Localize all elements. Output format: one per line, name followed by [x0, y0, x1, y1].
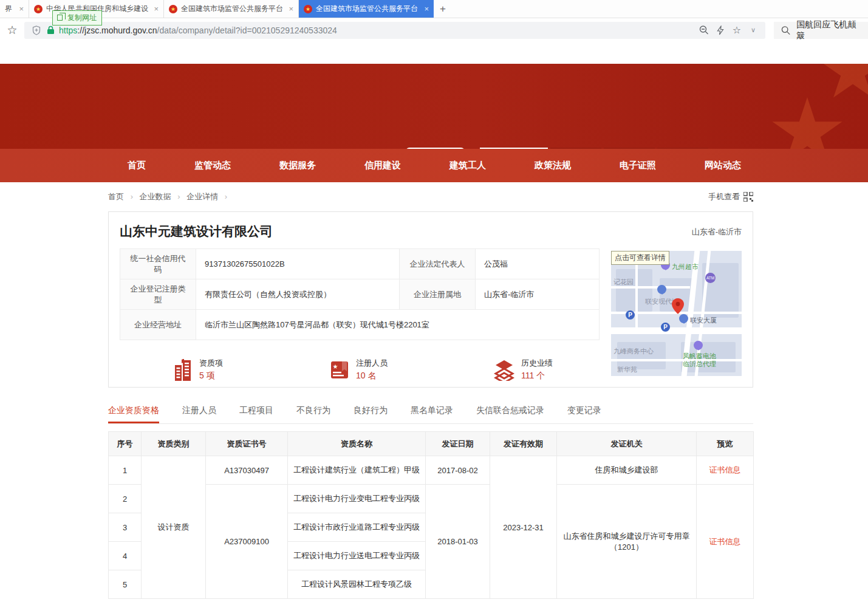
- stat-value: 111 个: [521, 371, 553, 381]
- table-row: 企业登记注册类型 有限责任公司（自然人投资或控股） 企业注册属地 山东省-临沂市: [120, 279, 600, 310]
- col-validity: 发证有效期: [490, 432, 557, 456]
- company-region: 山东省-临沂市: [692, 227, 742, 238]
- table-header-row: 序号 资质类别 资质证书号 资质名称 发证日期 发证有效期 发证机关 预览: [109, 432, 754, 456]
- tab-projects[interactable]: 工程项目: [239, 405, 273, 423]
- flash-icon[interactable]: [714, 26, 726, 35]
- breadcrumb: 首页 › 企业数据 › 企业详情 ›: [108, 191, 231, 202]
- tab-close-icon[interactable]: ×: [424, 4, 429, 13]
- certificate-info-link[interactable]: 证书信息: [709, 465, 741, 474]
- building-icon: [173, 359, 193, 381]
- nav-item-policy[interactable]: 政策法规: [535, 160, 571, 171]
- copy-url-tooltip: 复制网址: [52, 10, 102, 26]
- breadcrumb-home[interactable]: 首页: [108, 192, 124, 201]
- nav-item-site-news[interactable]: 网站动态: [705, 160, 741, 171]
- news-search-text: 国航回应飞机颠簸: [796, 19, 861, 41]
- cell-qual-name: 工程设计电力行业送电工程专业丙级: [288, 542, 426, 570]
- stat-label: 历史业绩: [521, 358, 553, 369]
- cell-seq: 3: [109, 513, 142, 542]
- url-path: /data/company/detail?id=0021052912405330…: [157, 26, 337, 35]
- shield-plus-icon[interactable]: [30, 26, 43, 35]
- emblem-favicon-icon: ★: [34, 5, 43, 13]
- url-host: ://jzsc.mohurd.gov.cn: [77, 26, 157, 35]
- tab-close-icon[interactable]: ×: [19, 4, 24, 13]
- field-value-address: 临沂市兰山区陶然路107号星河晶都（联安）现代城1号楼2201室: [196, 310, 600, 340]
- tab-close-icon[interactable]: ×: [289, 4, 293, 13]
- cell-issue-date: 2018-01-03: [426, 485, 490, 599]
- table-row: 2 A237009100 工程设计电力行业变电工程专业丙级 2018-01-03…: [109, 485, 754, 513]
- nav-item-home[interactable]: 首页: [128, 160, 146, 171]
- stat-value: 10 名: [356, 371, 388, 381]
- browser-url-bar: ☆ https://jzsc.mohurd.gov.cn/data/compan…: [0, 19, 868, 41]
- field-label-reg-region: 企业注册属地: [400, 279, 476, 310]
- company-info-table: 统一社会信用代码 91371302675501022B 企业法定代表人 公茂福 …: [120, 248, 600, 340]
- copy-icon: [57, 15, 63, 21]
- tab-title: 全国建筑市场监管公共服务平台: [181, 4, 285, 14]
- address-field[interactable]: https://jzsc.mohurd.gov.cn/data/company/…: [24, 22, 765, 39]
- field-label-legal-rep: 企业法定代表人: [400, 249, 476, 279]
- tab-qualifications[interactable]: 企业资质资格: [108, 405, 159, 423]
- nav-item-workers[interactable]: 建筑工人: [449, 160, 486, 171]
- browser-tab-2[interactable]: ★ 全国建筑市场监管公共服务平台 ×: [164, 0, 299, 18]
- cell-qual-name: 工程设计风景园林工程专项乙级: [288, 570, 426, 599]
- company-name: 山东中元建筑设计有限公司: [120, 223, 273, 240]
- qualification-table: 序号 资质类别 资质证书号 资质名称 发证日期 发证有效期 发证机关 预览 1 …: [108, 431, 754, 599]
- stat-qualifications[interactable]: 资质项 5 项: [173, 358, 223, 381]
- map-label-garden: 记花园: [613, 278, 634, 287]
- tab-registered-personnel[interactable]: 注册人员: [182, 405, 216, 423]
- tab-blacklist[interactable]: 黑名单记录: [411, 405, 453, 423]
- map-label-lian-an-tower: 联安大厦: [690, 316, 717, 325]
- breadcrumb-row: 首页 › 企业数据 › 企业详情 › 手机查看: [108, 182, 753, 211]
- tab-change-records[interactable]: 变更记录: [567, 405, 601, 423]
- cell-issue-date: 2017-08-02: [426, 456, 490, 485]
- emblem-favicon-icon: ★: [169, 5, 177, 13]
- field-value-reg-region: 山东省-临沂市: [476, 279, 600, 310]
- nav-item-data-service[interactable]: 数据服务: [279, 160, 316, 171]
- browser-tab-0[interactable]: 界 ×: [0, 0, 29, 18]
- nav-item-e-license[interactable]: 电子证照: [620, 160, 656, 171]
- layers-icon: [493, 359, 515, 381]
- table-row: 企业经营地址 临沂市兰山区陶然路107号星河晶都（联安）现代城1号楼2201室: [120, 310, 600, 340]
- zoom-out-icon[interactable]: [698, 25, 710, 35]
- browser-news-search[interactable]: 国航回应飞机颠簸: [774, 22, 868, 39]
- mobile-view-control[interactable]: 手机查看: [708, 191, 753, 202]
- nav-item-supervision[interactable]: 监管动态: [194, 160, 231, 171]
- breadcrumb-separator: ›: [177, 192, 180, 201]
- field-label-reg-type: 企业登记注册类型: [120, 279, 196, 310]
- url-scheme: https: [59, 26, 77, 35]
- browser-tab-3-active[interactable]: ★ 全国建筑市场监管公共服务平台 ×: [299, 0, 434, 18]
- certificate-info-link[interactable]: 证书信息: [709, 537, 741, 546]
- map-label-xinhua: 新华苑: [617, 365, 637, 374]
- secure-lock-icon: [47, 26, 55, 35]
- qr-code-icon: [743, 192, 753, 202]
- tab-good-behavior[interactable]: 良好行为: [354, 405, 388, 423]
- url-text: https://jzsc.mohurd.gov.cn/data/company/…: [59, 26, 337, 35]
- cell-seq: 2: [109, 485, 142, 513]
- table-row: 统一社会信用代码 91371302675501022B 企业法定代表人 公茂福: [120, 249, 600, 279]
- cell-seq: 5: [109, 570, 142, 599]
- certificate-icon: ★: [329, 360, 350, 380]
- browser-tab-bar: 界 × ★ 中华人民共和国住房和城乡建设 × ★ 全国建筑市场监管公共服务平台 …: [0, 0, 868, 18]
- new-tab-button[interactable]: +: [434, 0, 452, 18]
- company-summary-card: 山东中元建筑设计有限公司 山东省-临沂市 统一社会信用代码 9137130267…: [108, 211, 753, 388]
- browser-window: 界 × ★ 中华人民共和国住房和城乡建设 × ★ 全国建筑市场监管公共服务平台 …: [0, 0, 868, 605]
- cell-seq: 4: [109, 542, 142, 570]
- emblem-favicon-icon: ★: [304, 5, 312, 13]
- breadcrumb-enterprise-data[interactable]: 企业数据: [140, 192, 171, 201]
- cell-qual-name: 工程设计建筑行业（建筑工程）甲级: [288, 456, 426, 485]
- atm-icon: ATM: [705, 273, 716, 283]
- favorite-star-icon[interactable]: ☆: [731, 24, 743, 36]
- tab-dishonesty-records[interactable]: 失信联合惩戒记录: [476, 405, 544, 423]
- detail-tabs: 企业资质资格 注册人员 工程项目 不良行为 良好行为 黑名单记录 失信联合惩戒记…: [108, 400, 753, 424]
- stat-historical-performance[interactable]: 历史业绩 111 个: [493, 358, 553, 381]
- cell-seq: 1: [109, 456, 142, 485]
- location-map[interactable]: 点击可查看详情 九州超市 ATM 记花园 联安现代城 联安大厦 P P 九峰商务…: [611, 251, 742, 376]
- bookmark-star-icon[interactable]: ☆: [0, 23, 24, 37]
- stat-registered-personnel[interactable]: ★ 注册人员 10 名: [329, 358, 388, 381]
- field-value-reg-type: 有限责任公司（自然人投资或控股）: [196, 279, 400, 310]
- tab-close-icon[interactable]: ×: [154, 4, 159, 13]
- stat-label: 注册人员: [356, 358, 388, 369]
- tab-bad-behavior[interactable]: 不良行为: [296, 405, 330, 423]
- search-icon: [781, 26, 790, 35]
- nav-item-credit[interactable]: 信用建设: [364, 160, 401, 171]
- chevron-down-icon[interactable]: ∨: [747, 26, 759, 34]
